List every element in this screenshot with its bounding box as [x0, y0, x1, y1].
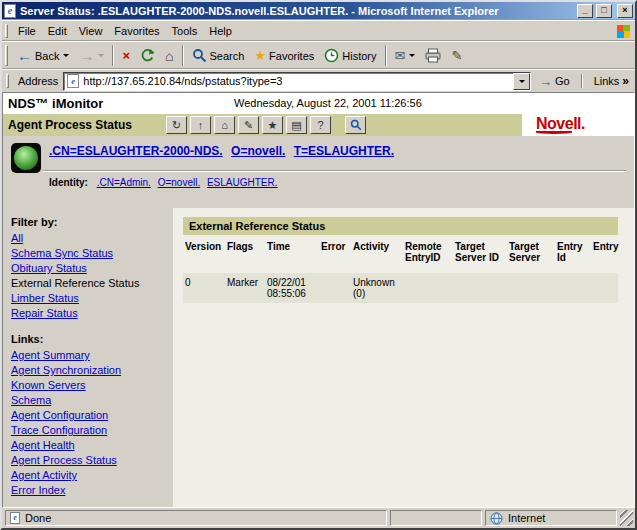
- forward-dropdown-icon[interactable]: [98, 54, 104, 57]
- go-icon: →: [539, 74, 552, 89]
- address-dropdown-icon: [519, 80, 525, 83]
- stop-icon: ×: [122, 49, 130, 63]
- title-bar: e Server Status: .ESLAUGHTER-2000-NDS.no…: [2, 2, 635, 20]
- cell-entry: [591, 273, 618, 303]
- sidebar-item-schema[interactable]: Schema: [11, 394, 169, 407]
- address-dropdown-button[interactable]: [513, 73, 530, 90]
- menu-favorites[interactable]: Favorites: [108, 22, 165, 40]
- home-button[interactable]: ⌂: [160, 44, 178, 68]
- mail-icon: ✉: [395, 49, 406, 63]
- print-button[interactable]: [420, 44, 446, 68]
- print-icon: [425, 48, 441, 63]
- status-text: Done: [25, 512, 51, 524]
- cell-time: 08/22/01 08:55:06: [265, 273, 319, 303]
- imonitor-home-button[interactable]: ⌂: [214, 116, 235, 134]
- sidebar-item-agent-activity[interactable]: Agent Activity: [11, 469, 169, 482]
- sidebar-item-all[interactable]: All: [11, 232, 169, 245]
- address-url: http://137.65.210.84/nds/pstatus?itype=3: [83, 75, 509, 87]
- imonitor-reports-button[interactable]: ▤: [286, 116, 307, 134]
- menu-help[interactable]: Help: [203, 22, 238, 40]
- identity-o-link[interactable]: O=novell.: [158, 177, 201, 188]
- sidebar-item-agent-process-status[interactable]: Agent Process Status: [11, 454, 169, 467]
- menu-view[interactable]: View: [73, 22, 109, 40]
- search-label: Search: [210, 50, 245, 62]
- identity-cn-link[interactable]: .CN=Admin.: [97, 177, 151, 188]
- address-input[interactable]: e http://137.65.210.84/nds/pstatus?itype…: [63, 72, 531, 91]
- cell-entry-id: [555, 273, 591, 303]
- menu-file[interactable]: File: [12, 22, 42, 40]
- server-o-link[interactable]: O=novell.: [231, 144, 285, 158]
- sidebar-item-trace-configuration[interactable]: Trace Configuration: [11, 424, 169, 437]
- up-arrow-icon: ↑: [198, 120, 204, 131]
- novell-logo[interactable]: Novell.: [522, 114, 634, 136]
- refresh-button[interactable]: [135, 44, 160, 68]
- server-tree-link[interactable]: T=ESLAUGHTER.: [294, 144, 394, 158]
- imonitor-help-button[interactable]: ?: [310, 116, 331, 134]
- server-cn-link[interactable]: .CN=ESLAUGHTER-2000-NDS.: [49, 144, 223, 158]
- page-title-row: Agent Process Status ↻ ↑ ⌂ ✎ ★ ▤ ? Novel…: [3, 114, 634, 136]
- sidebar-item-known-servers[interactable]: Known Servers: [11, 379, 169, 392]
- cell-target-server-id: [453, 273, 507, 303]
- history-icon: [324, 48, 339, 63]
- mail-dropdown-icon[interactable]: [409, 54, 415, 57]
- sidebar-item-agent-summary[interactable]: Agent Summary: [11, 349, 169, 362]
- identity-tree-link[interactable]: ESLAUGHTER.: [207, 177, 278, 188]
- edit-icon: ✎: [451, 49, 462, 63]
- address-bar-grip[interactable]: [6, 74, 9, 88]
- toolbar-separator: [112, 45, 114, 66]
- links-button[interactable]: Links »: [591, 74, 632, 88]
- imonitor-favorites-button[interactable]: ★: [262, 116, 283, 134]
- forward-button[interactable]: →: [74, 44, 109, 68]
- help-icon: ?: [317, 120, 323, 131]
- back-dropdown-icon[interactable]: [63, 54, 69, 57]
- imonitor-refresh-button[interactable]: ↻: [166, 116, 187, 134]
- go-button[interactable]: → Go: [536, 74, 573, 89]
- mail-button[interactable]: ✉: [390, 44, 421, 68]
- server-dn: .CN=ESLAUGHTER-2000-NDS. O=novell. T=ESL…: [49, 144, 626, 158]
- minimize-button[interactable]: _: [577, 4, 593, 18]
- imonitor-trace-button[interactable]: ✎: [238, 116, 259, 134]
- maximize-button[interactable]: □: [596, 4, 612, 18]
- links-chevron-icon: »: [622, 74, 629, 88]
- sidebar-item-error-index[interactable]: Error Index: [11, 484, 169, 497]
- novell-logo-swoosh: [536, 131, 572, 134]
- menu-edit[interactable]: Edit: [42, 22, 73, 40]
- sidebar-item-agent-health[interactable]: Agent Health: [11, 439, 169, 452]
- back-label: Back: [35, 50, 59, 62]
- col-time: Time: [265, 235, 319, 273]
- menu-bar-grip[interactable]: [5, 24, 8, 38]
- sidebar-item-obituary-status[interactable]: Obituary Status: [11, 262, 169, 275]
- search-button[interactable]: Search: [187, 44, 250, 68]
- nds-tree-icon: [11, 143, 41, 173]
- resize-grip[interactable]: [620, 510, 633, 526]
- edit-button[interactable]: ✎: [446, 44, 467, 68]
- links-heading: Links:: [11, 333, 169, 345]
- back-button[interactable]: ← Back: [12, 44, 74, 68]
- sidebar-item-repair-status[interactable]: Repair Status: [11, 307, 169, 320]
- col-error: Error: [319, 235, 351, 273]
- close-button[interactable]: ×: [617, 4, 633, 18]
- stop-button[interactable]: ×: [117, 44, 135, 68]
- filter-heading: Filter by:: [11, 216, 169, 228]
- favorites-button[interactable]: ★ Favorites: [249, 44, 319, 68]
- imonitor-search-button[interactable]: [345, 116, 366, 134]
- cell-error: [319, 273, 351, 303]
- identity-line: Identity: .CN=Admin. O=novell. ESLAUGHTE…: [49, 177, 626, 188]
- imonitor-brand: NDS™ iMonitor: [3, 96, 103, 111]
- forward-icon: →: [79, 49, 94, 63]
- menu-tools[interactable]: Tools: [166, 22, 204, 40]
- imonitor-header: NDS™ iMonitor Wednesday, August 22, 2001…: [3, 93, 634, 114]
- favorites-label: Favorites: [269, 50, 314, 62]
- history-button[interactable]: History: [319, 44, 381, 68]
- datetime-text: Wednesday, August 22, 2001 11:26:56: [234, 97, 422, 109]
- table-header-row: Version Flags Time Error Activity Remote…: [183, 235, 618, 273]
- cell-version: 0: [183, 273, 225, 303]
- search-icon: [350, 119, 362, 131]
- imonitor-parent-button[interactable]: ↑: [190, 116, 211, 134]
- sidebar-item-agent-configuration[interactable]: Agent Configuration: [11, 409, 169, 422]
- sidebar-item-limber-status[interactable]: Limber Status: [11, 292, 169, 305]
- col-target-server: Target Server: [507, 235, 555, 273]
- sidebar-item-agent-synchronization[interactable]: Agent Synchronization: [11, 364, 169, 377]
- toolbar-grip[interactable]: [5, 45, 8, 66]
- sidebar-item-schema-sync-status[interactable]: Schema Sync Status: [11, 247, 169, 260]
